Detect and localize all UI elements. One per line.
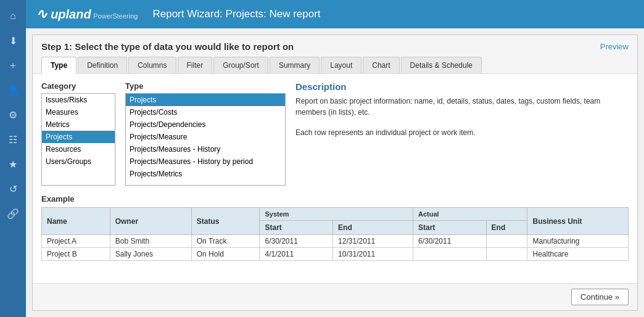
category-item-issues[interactable]: Issues/Risks [42, 94, 115, 106]
cell-system-start: 6/30/2011 [260, 235, 333, 248]
col-header-status: Status [191, 208, 260, 235]
cell-owner: Bob Smith [110, 235, 191, 248]
preview-link[interactable]: Preview [600, 42, 629, 51]
cell-business-unit: Manufacturing [527, 235, 629, 248]
category-item-users[interactable]: Users/Groups [42, 155, 115, 168]
col-header-system-start: Start [260, 221, 333, 235]
step-title-row: Step 1: Select the type of data you woul… [41, 41, 629, 52]
cell-actual-end [486, 248, 527, 261]
category-listbox[interactable]: Issues/Risks Measures Metrics Projects R… [41, 93, 115, 186]
main-area: ∿ upland PowerSteering Report Wizard: Pr… [26, 0, 644, 317]
top-bar: ∿ upland PowerSteering Report Wizard: Pr… [26, 0, 644, 28]
type-item-dependencies[interactable]: Projects/Dependencies [126, 118, 285, 131]
step-panel: Step 1: Select the type of data you woul… [32, 35, 638, 311]
logo-sub: PowerSteering [93, 12, 138, 20]
logo-area: ∿ upland PowerSteering [36, 7, 138, 21]
type-item-projects[interactable]: Projects [126, 94, 285, 106]
step-title: Step 1: Select the type of data you woul… [41, 41, 294, 52]
type-label: Type [125, 81, 286, 91]
type-item-measures-history[interactable]: Projects/Measures - History [126, 143, 285, 155]
tab-columns[interactable]: Columns [128, 57, 176, 73]
sidebar: ⌂ ⬇ ＋ 👤 ⚙ ☷ ★ ↺ 🔗 [0, 0, 26, 317]
category-label: Category [41, 81, 115, 91]
tab-layout[interactable]: Layout [321, 57, 361, 73]
cell-status: On Track [191, 235, 260, 248]
cell-owner: Sally Jones [110, 248, 191, 261]
step-header: Step 1: Select the type of data you woul… [33, 35, 637, 74]
col-header-actual-end: End [486, 221, 527, 235]
footer: Continue » [33, 283, 637, 310]
type-section: Type Projects Projects/Costs Projects/De… [125, 81, 286, 186]
continue-button[interactable]: Continue » [571, 289, 629, 305]
settings-icon[interactable]: ⚙ [2, 104, 24, 126]
history-icon[interactable]: ↺ [2, 178, 24, 200]
description-text1: Report on basic project information: nam… [295, 96, 629, 118]
cell-status: On Hold [191, 248, 260, 261]
tab-type[interactable]: Type [41, 57, 76, 74]
category-section: Category Issues/Risks Measures Metrics P… [41, 81, 115, 186]
example-table: Name Owner Status System Actual Business… [41, 207, 629, 261]
tab-chart[interactable]: Chart [363, 57, 399, 73]
col-header-system-end: End [333, 221, 413, 235]
tab-summary[interactable]: Summary [270, 57, 320, 73]
type-item-measures-history-period[interactable]: Projects/Measures - History by period [126, 155, 285, 168]
home-icon[interactable]: ⌂ [2, 5, 24, 27]
cell-system-end: 12/31/2011 [333, 235, 413, 248]
cell-name: Project B [42, 248, 110, 261]
tab-definition[interactable]: Definition [78, 57, 127, 73]
table-row: Project A Bob Smith On Track 6/30/2011 1… [42, 235, 629, 248]
report-icon[interactable]: ☷ [2, 128, 24, 150]
logo-main: upland [51, 7, 91, 21]
cell-actual-start [413, 248, 486, 261]
table-row: Project B Sally Jones On Hold 4/1/2011 1… [42, 248, 629, 261]
cell-actual-end [486, 235, 527, 248]
type-item-metrics[interactable]: Projects/Metrics [126, 168, 285, 180]
type-listbox[interactable]: Projects Projects/Costs Projects/Depende… [125, 93, 286, 186]
description-section: Description Report on basic project info… [295, 81, 629, 186]
user-search-icon[interactable]: 👤 [2, 79, 24, 101]
example-section: Example Name Owner Status System Actual … [41, 194, 629, 276]
star-icon[interactable]: ★ [2, 153, 24, 175]
category-item-metrics[interactable]: Metrics [42, 118, 115, 131]
type-item-measure[interactable]: Projects/Measure [126, 131, 285, 143]
page-title: Report Wizard: Projects: New report [152, 8, 320, 20]
top-section: Category Issues/Risks Measures Metrics P… [41, 81, 629, 186]
step-body: Category Issues/Risks Measures Metrics P… [33, 74, 637, 283]
link-icon[interactable]: 🔗 [2, 202, 24, 224]
description-title: Description [295, 81, 629, 92]
example-label: Example [41, 194, 629, 204]
category-item-projects[interactable]: Projects [42, 131, 115, 143]
tab-group-sort[interactable]: Group/Sort [213, 57, 268, 73]
cell-actual-start: 6/30/2011 [413, 235, 486, 248]
col-header-business-unit: Business Unit [527, 208, 629, 235]
tabs: Type Definition Columns Filter Group/Sor… [41, 57, 629, 73]
category-item-resources[interactable]: Resources [42, 143, 115, 155]
cell-name: Project A [42, 235, 110, 248]
tab-filter[interactable]: Filter [178, 57, 213, 73]
cell-system-end: 10/31/2011 [333, 248, 413, 261]
col-group-actual: Actual [413, 208, 527, 221]
cell-system-start: 4/1/2011 [260, 248, 333, 261]
content: Step 1: Select the type of data you woul… [26, 28, 644, 317]
logo: ∿ upland PowerSteering [36, 7, 138, 21]
col-group-system: System [260, 208, 413, 221]
tab-details-schedule[interactable]: Details & Schedule [401, 57, 482, 73]
description-text2: Each row represents an individual projec… [295, 127, 629, 138]
category-item-measures[interactable]: Measures [42, 106, 115, 118]
col-header-owner: Owner [110, 208, 191, 235]
cell-business-unit: Healthcare [527, 248, 629, 261]
download-icon[interactable]: ⬇ [2, 30, 24, 52]
col-header-name: Name [42, 208, 110, 235]
add-icon[interactable]: ＋ [2, 54, 24, 76]
col-header-actual-start: Start [413, 221, 486, 235]
type-item-costs[interactable]: Projects/Costs [126, 106, 285, 118]
